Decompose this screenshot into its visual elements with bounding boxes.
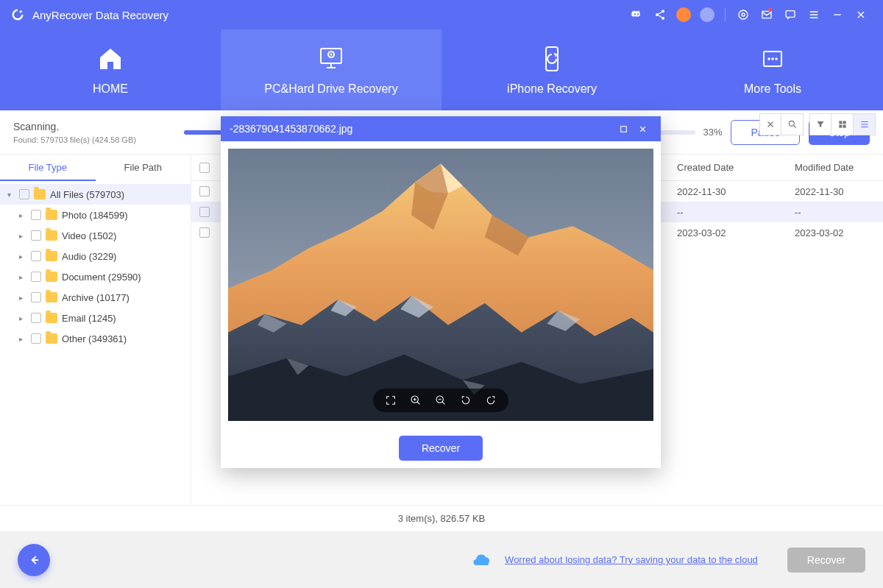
tree-item-audio[interactable]: ▸Audio (3229)	[0, 246, 191, 266]
app-title: AnyRecover Data Recovery	[32, 9, 169, 21]
tree-item-document[interactable]: ▸Document (29590)	[0, 266, 191, 287]
tab-file-path[interactable]: File Path	[96, 155, 191, 181]
chevron-right-icon: ▸	[19, 335, 26, 343]
preview-window: -283679041453870662.jpg	[221, 116, 661, 468]
feedback-icon[interactable]	[780, 4, 801, 25]
svg-point-1	[662, 10, 664, 13]
checkbox[interactable]	[31, 230, 41, 241]
tree-item-archive[interactable]: ▸Archive (10177)	[0, 287, 191, 308]
nav-home-label: HOME	[93, 82, 128, 96]
tree-item-email[interactable]: ▸Email (1245)	[0, 308, 191, 328]
list-view-button[interactable]	[854, 113, 876, 135]
nav-more-tools[interactable]: More Tools	[662, 29, 883, 110]
svg-point-4	[742, 13, 745, 16]
tree-root[interactable]: ▾ All Files (579703)	[0, 184, 191, 205]
home-icon	[96, 44, 125, 74]
phone-icon	[537, 44, 567, 74]
share-icon[interactable]	[650, 4, 670, 25]
zoom-in-icon[interactable]	[408, 393, 423, 408]
preview-recover-button[interactable]: Recover	[399, 436, 483, 461]
nav-iphone-recovery[interactable]: iPhone Recovery	[442, 29, 662, 110]
checkbox[interactable]	[31, 333, 41, 344]
cloud-backup-link[interactable]: Worred about losing data? Try saving you…	[505, 554, 758, 565]
mail-icon[interactable]	[756, 4, 777, 25]
account-icon[interactable]	[697, 4, 717, 25]
cell-created: --	[677, 207, 795, 218]
app-logo-icon	[10, 7, 25, 22]
chevron-right-icon: ▸	[19, 211, 26, 219]
col-created[interactable]: Created Date	[677, 162, 795, 173]
checkbox[interactable]	[31, 210, 41, 220]
nav-pc-recovery[interactable]: PC&Hard Drive Recovery	[221, 29, 442, 110]
image-toolbar	[373, 389, 508, 412]
grid-view-button[interactable]	[831, 113, 854, 135]
tree-item-video[interactable]: ▸Video (1502)	[0, 225, 191, 246]
main-nav: HOME PC&Hard Drive Recovery iPhone Recov…	[0, 29, 883, 110]
svg-point-5	[739, 10, 748, 19]
search-button[interactable]	[781, 113, 804, 135]
chevron-right-icon: ▸	[19, 314, 26, 322]
checkbox[interactable]	[31, 251, 41, 261]
cell-modified: 2023-03-02	[795, 227, 883, 238]
row-checkbox[interactable]	[199, 207, 210, 217]
zoom-out-icon[interactable]	[433, 393, 448, 408]
col-modified[interactable]: Modified Date	[795, 162, 883, 173]
checkbox[interactable]	[31, 292, 41, 302]
tree-root-label: All Files (579703)	[50, 189, 124, 200]
checkbox[interactable]	[31, 313, 41, 323]
close-icon[interactable]	[851, 4, 871, 25]
tree-item-label: Video (1502)	[62, 230, 116, 241]
cart-icon[interactable]	[673, 4, 694, 25]
tree-item-label: Archive (10177)	[62, 292, 130, 303]
folder-icon	[46, 230, 57, 241]
settings-icon[interactable]	[733, 4, 753, 25]
svg-point-15	[775, 57, 778, 60]
nav-more-label: More Tools	[744, 82, 801, 96]
tree-item-label: Email (1245)	[62, 313, 116, 324]
preview-filename: -283679041453870662.jpg	[230, 123, 352, 135]
fullscreen-icon[interactable]	[383, 393, 398, 408]
svg-point-14	[771, 57, 774, 60]
checkbox[interactable]	[31, 272, 41, 282]
svg-rect-17	[839, 121, 842, 124]
clear-search-button[interactable]	[759, 113, 781, 135]
folder-icon	[46, 210, 57, 220]
row-checkbox[interactable]	[199, 227, 210, 238]
row-checkbox[interactable]	[199, 186, 210, 196]
discord-icon[interactable]	[626, 4, 647, 25]
tree-item-label: Other (349361)	[62, 333, 127, 344]
sidebar: File Type File Path ▾ All Files (579703)…	[0, 155, 191, 505]
rotate-right-icon[interactable]	[483, 393, 498, 408]
tree-item-photo[interactable]: ▸Photo (184599)	[0, 205, 191, 225]
preview-titlebar[interactable]: -283679041453870662.jpg	[221, 116, 661, 141]
scan-found: Found: 579703 file(s) (424.58 GB)	[13, 135, 175, 144]
menu-icon[interactable]	[804, 4, 824, 25]
preview-image	[228, 149, 653, 421]
footer: Worred about losing data? Try saving you…	[0, 531, 883, 588]
chevron-down-icon: ▾	[7, 191, 15, 199]
cloud-icon	[472, 553, 493, 567]
folder-icon	[46, 272, 57, 282]
cell-modified: --	[795, 207, 883, 218]
svg-rect-18	[843, 121, 845, 124]
tree-item-other[interactable]: ▸Other (349361)	[0, 328, 191, 349]
rotate-left-icon[interactable]	[458, 393, 473, 408]
tab-file-type[interactable]: File Type	[0, 155, 96, 181]
recover-button[interactable]: Recover	[787, 548, 865, 573]
filter-button[interactable]	[809, 113, 831, 135]
minimize-icon[interactable]	[827, 4, 848, 25]
preview-maximize-icon[interactable]	[614, 119, 633, 138]
back-button[interactable]	[18, 544, 50, 576]
preview-close-icon[interactable]	[633, 119, 652, 138]
status-bar: 3 item(s), 826.57 KB	[0, 505, 883, 531]
monitor-icon	[316, 44, 346, 74]
svg-point-2	[656, 13, 659, 16]
svg-rect-19	[839, 125, 842, 128]
tree-item-label: Audio (3229)	[62, 251, 116, 262]
nav-home[interactable]: HOME	[0, 29, 221, 110]
svg-rect-21	[620, 126, 626, 132]
checkbox[interactable]	[19, 189, 29, 199]
titlebar: AnyRecover Data Recovery	[0, 0, 883, 29]
svg-rect-7	[786, 11, 795, 18]
select-all-checkbox[interactable]	[199, 163, 210, 173]
